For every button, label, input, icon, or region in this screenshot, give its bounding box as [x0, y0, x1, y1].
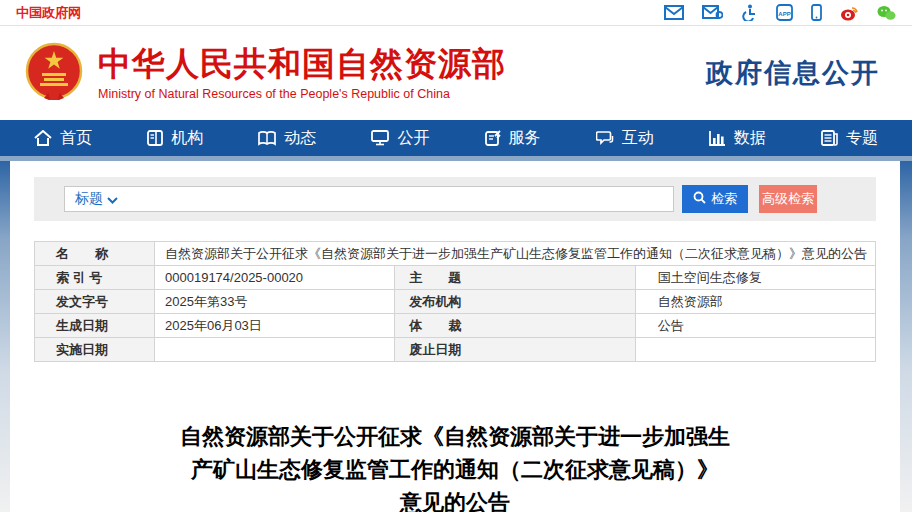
nav-label: 专题	[846, 128, 878, 149]
document-title-line1: 自然资源部关于公开征求《自然资源部关于进一步加强生	[10, 420, 900, 453]
national-emblem-logo	[22, 41, 86, 105]
wechat-icon[interactable]	[877, 5, 896, 21]
mobile-icon[interactable]	[811, 4, 822, 21]
home-icon	[34, 130, 52, 146]
newspaper-icon	[821, 130, 838, 146]
meta-label-issuer: 发布机构	[395, 290, 635, 314]
search-button-label: 检索	[711, 190, 737, 208]
brand-text: 中华人民共和国自然资源部 Ministry of Natural Resourc…	[98, 45, 506, 101]
meta-value-issuer: 自然资源部	[635, 290, 875, 314]
nav-item-disclosure[interactable]: 公开	[371, 128, 429, 149]
nav-item-data[interactable]: 数据	[709, 128, 766, 149]
accessibility-icon[interactable]	[741, 4, 758, 21]
nav-label: 动态	[284, 128, 316, 149]
nav-label: 公开	[397, 128, 429, 149]
org-icon	[147, 130, 163, 146]
chat-icon	[596, 131, 614, 146]
nav-item-home[interactable]: 首页	[34, 128, 92, 149]
meta-label-create-date: 生成日期	[35, 314, 155, 338]
news-book-icon	[258, 131, 276, 146]
ministry-title-en: Ministry of Natural Resources of the Peo…	[98, 87, 506, 101]
nav-item-org[interactable]: 机构	[147, 128, 203, 149]
meta-label-doc-number: 发文字号	[35, 290, 155, 314]
table-row: 生成日期 2025年06月03日 体 裁 公告	[35, 314, 876, 338]
page-title: 政府信息公开	[706, 55, 880, 91]
search-box[interactable]: 标题	[64, 186, 674, 212]
table-row: 名 称 自然资源部关于公开征求《自然资源部关于进一步加强生产矿山生态修复监管工作…	[35, 242, 876, 266]
search-icon	[693, 191, 706, 207]
search-input[interactable]	[128, 187, 673, 211]
meta-value-doc-number: 2025年第33号	[155, 290, 395, 314]
nav-item-topics[interactable]: 专题	[821, 128, 878, 149]
main-nav: 首页 机构 动态 公开 服务 互动 数据 专题	[0, 120, 912, 156]
nav-item-interact[interactable]: 互动	[596, 128, 654, 149]
document-title: 自然资源部关于公开征求《自然资源部关于进一步加强生 产矿山生态修复监管工作的通知…	[10, 420, 900, 512]
meta-value-name: 自然资源部关于公开征求《自然资源部关于进一步加强生产矿山生态修复监管工作的通知（…	[155, 242, 876, 266]
topbar-icon-row: APP	[664, 4, 896, 21]
chevron-down-icon	[107, 191, 118, 207]
document-title-line2: 产矿山生态修复监管工作的通知（二次征求意见稿）》	[10, 453, 900, 486]
nav-label: 数据	[734, 128, 766, 149]
table-row: 发文字号 2025年第33号 发布机构 自然资源部	[35, 290, 876, 314]
meta-value-genre: 公告	[635, 314, 875, 338]
site-header: 中华人民共和国自然资源部 Ministry of Natural Resourc…	[0, 26, 912, 120]
meta-value-subject: 国土空间生态修复	[635, 266, 875, 290]
nav-item-news[interactable]: 动态	[258, 128, 316, 149]
meta-label-name: 名 称	[35, 242, 155, 266]
search-button[interactable]: 检索	[682, 185, 748, 213]
content-background: 标题 检索 高级检索 名 称 自然资源部关于公开征求《自然资源部关于进一步加强生…	[0, 161, 912, 512]
table-row: 实施日期 废止日期	[35, 338, 876, 362]
subscribe-mail-icon[interactable]	[702, 5, 723, 20]
meta-value-create-date: 2025年06月03日	[155, 314, 395, 338]
gov-site-link[interactable]: 中国政府网	[16, 4, 81, 22]
app-icon[interactable]: APP	[776, 4, 793, 21]
document-metadata-table: 名 称 自然资源部关于公开征求《自然资源部关于进一步加强生产矿山生态修复监管工作…	[34, 241, 876, 362]
meta-label-genre: 体 裁	[395, 314, 635, 338]
nav-label: 互动	[622, 128, 654, 149]
meta-label-effective-date: 实施日期	[35, 338, 155, 362]
content-panel: 标题 检索 高级检索 名 称 自然资源部关于公开征求《自然资源部关于进一步加强生…	[10, 161, 900, 512]
meta-value-repeal-date	[635, 338, 875, 362]
meta-value-index: 000019174/2025-00020	[155, 266, 395, 290]
meta-label-subject: 主 题	[395, 266, 635, 290]
mail-icon[interactable]	[664, 5, 684, 20]
nav-label: 服务	[509, 128, 541, 149]
weibo-icon[interactable]	[840, 5, 859, 21]
search-field-dropdown[interactable]: 标题	[65, 190, 128, 208]
meta-label-repeal-date: 废止日期	[395, 338, 635, 362]
meta-value-effective-date	[155, 338, 395, 362]
advanced-search-label: 高级检索	[762, 190, 814, 208]
bar-chart-icon	[709, 130, 726, 146]
brand[interactable]: 中华人民共和国自然资源部 Ministry of Natural Resourc…	[22, 41, 506, 105]
search-bar: 标题 检索 高级检索	[34, 177, 876, 221]
nav-item-services[interactable]: 服务	[485, 128, 541, 149]
nav-label: 机构	[171, 128, 203, 149]
edit-icon	[485, 130, 501, 146]
svg-text:APP: APP	[778, 11, 790, 17]
advanced-search-button[interactable]: 高级检索	[759, 185, 817, 213]
nav-label: 首页	[60, 128, 92, 149]
ministry-title-cn: 中华人民共和国自然资源部	[98, 45, 506, 83]
document-title-line3: 意见的公告	[10, 486, 900, 512]
meta-label-index: 索 引 号	[35, 266, 155, 290]
search-field-label: 标题	[75, 190, 103, 208]
monitor-icon	[371, 130, 389, 146]
top-utility-bar: 中国政府网 APP	[0, 0, 912, 26]
table-row: 索 引 号 000019174/2025-00020 主 题 国土空间生态修复	[35, 266, 876, 290]
